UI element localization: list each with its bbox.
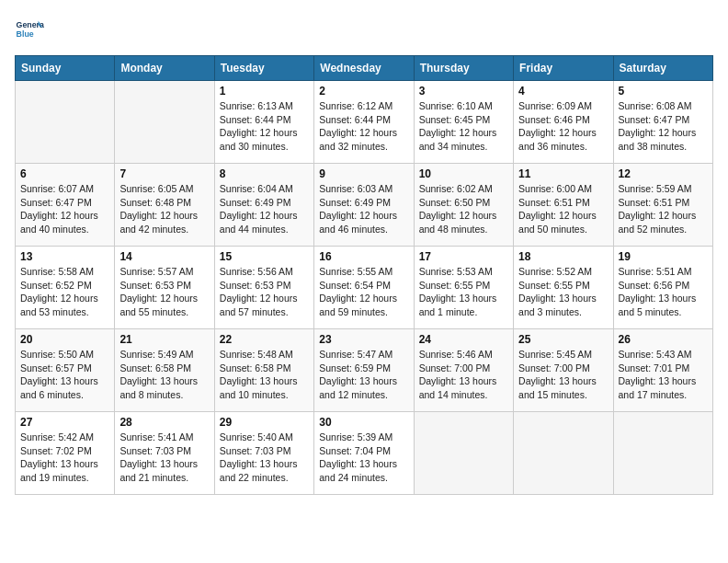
calendar-cell: 15Sunrise: 5:56 AM Sunset: 6:53 PM Dayli… <box>214 247 313 329</box>
day-number: 19 <box>619 250 708 263</box>
calendar-cell <box>613 412 712 495</box>
calendar-cell: 24Sunrise: 5:46 AM Sunset: 7:00 PM Dayli… <box>414 329 513 412</box>
day-info: Sunrise: 5:40 AM Sunset: 7:03 PM Dayligh… <box>220 431 309 485</box>
day-number: 2 <box>319 85 408 98</box>
day-info: Sunrise: 5:57 AM Sunset: 6:53 PM Dayligh… <box>119 265 209 319</box>
day-number: 20 <box>20 333 109 346</box>
calendar-cell: 4Sunrise: 6:09 AM Sunset: 6:46 PM Daylig… <box>514 81 613 164</box>
calendar-cell: 1Sunrise: 6:13 AM Sunset: 6:44 PM Daylig… <box>214 81 313 164</box>
day-info: Sunrise: 6:02 AM Sunset: 6:50 PM Dayligh… <box>419 182 508 236</box>
day-info: Sunrise: 6:07 AM Sunset: 6:47 PM Dayligh… <box>20 182 109 236</box>
day-number: 22 <box>220 333 309 346</box>
day-number: 3 <box>419 85 508 98</box>
day-info: Sunrise: 5:56 AM Sunset: 6:53 PM Dayligh… <box>220 265 309 319</box>
calendar-cell: 27Sunrise: 5:42 AM Sunset: 7:02 PM Dayli… <box>16 412 115 495</box>
calendar-cell: 14Sunrise: 5:57 AM Sunset: 6:53 PM Dayli… <box>115 247 214 329</box>
calendar-cell <box>16 81 115 164</box>
day-number: 14 <box>119 250 209 263</box>
day-info: Sunrise: 5:45 AM Sunset: 7:00 PM Dayligh… <box>518 348 608 402</box>
day-number: 30 <box>319 416 408 429</box>
day-number: 7 <box>119 167 209 180</box>
weekday-header-wednesday: Wednesday <box>314 56 414 81</box>
weekday-header-sunday: Sunday <box>16 56 115 81</box>
calendar-cell: 21Sunrise: 5:49 AM Sunset: 6:58 PM Dayli… <box>115 329 214 412</box>
calendar-cell: 18Sunrise: 5:52 AM Sunset: 6:55 PM Dayli… <box>514 247 613 329</box>
calendar-cell: 3Sunrise: 6:10 AM Sunset: 6:45 PM Daylig… <box>414 81 513 164</box>
calendar-cell: 5Sunrise: 6:08 AM Sunset: 6:47 PM Daylig… <box>613 81 712 164</box>
calendar-cell: 12Sunrise: 5:59 AM Sunset: 6:51 PM Dayli… <box>613 164 712 247</box>
calendar-cell <box>115 81 214 164</box>
day-number: 24 <box>419 333 508 346</box>
calendar-cell: 16Sunrise: 5:55 AM Sunset: 6:54 PM Dayli… <box>314 247 414 329</box>
calendar-cell: 20Sunrise: 5:50 AM Sunset: 6:57 PM Dayli… <box>16 329 115 412</box>
day-info: Sunrise: 6:04 AM Sunset: 6:49 PM Dayligh… <box>220 182 309 236</box>
calendar-week-3: 13Sunrise: 5:58 AM Sunset: 6:52 PM Dayli… <box>16 247 713 329</box>
calendar-cell: 30Sunrise: 5:39 AM Sunset: 7:04 PM Dayli… <box>314 412 414 495</box>
day-info: Sunrise: 6:10 AM Sunset: 6:45 PM Dayligh… <box>419 99 508 154</box>
calendar-cell <box>414 412 513 495</box>
calendar-cell: 28Sunrise: 5:41 AM Sunset: 7:03 PM Dayli… <box>115 412 214 495</box>
day-number: 10 <box>419 167 508 180</box>
calendar-cell: 11Sunrise: 6:00 AM Sunset: 6:51 PM Dayli… <box>514 164 613 247</box>
day-number: 8 <box>220 167 309 180</box>
calendar-cell: 26Sunrise: 5:43 AM Sunset: 7:01 PM Dayli… <box>613 329 712 412</box>
calendar-table: SundayMondayTuesdayWednesdayThursdayFrid… <box>15 55 713 495</box>
weekday-header-thursday: Thursday <box>414 56 513 81</box>
day-info: Sunrise: 5:41 AM Sunset: 7:03 PM Dayligh… <box>119 431 209 485</box>
day-info: Sunrise: 6:05 AM Sunset: 6:48 PM Dayligh… <box>119 182 209 236</box>
weekday-header-monday: Monday <box>115 56 214 81</box>
day-info: Sunrise: 6:00 AM Sunset: 6:51 PM Dayligh… <box>518 182 608 236</box>
calendar-cell: 22Sunrise: 5:48 AM Sunset: 6:58 PM Dayli… <box>214 329 313 412</box>
calendar-cell: 6Sunrise: 6:07 AM Sunset: 6:47 PM Daylig… <box>16 164 115 247</box>
calendar-week-5: 27Sunrise: 5:42 AM Sunset: 7:02 PM Dayli… <box>16 412 713 495</box>
day-number: 23 <box>319 333 408 346</box>
day-info: Sunrise: 6:13 AM Sunset: 6:44 PM Dayligh… <box>220 99 309 154</box>
page-header: General Blue <box>15 15 713 44</box>
day-info: Sunrise: 6:09 AM Sunset: 6:46 PM Dayligh… <box>518 99 608 154</box>
logo: General Blue <box>15 15 48 44</box>
calendar-cell <box>514 412 613 495</box>
day-info: Sunrise: 5:58 AM Sunset: 6:52 PM Dayligh… <box>20 265 109 319</box>
day-info: Sunrise: 5:39 AM Sunset: 7:04 PM Dayligh… <box>319 431 408 485</box>
day-info: Sunrise: 5:49 AM Sunset: 6:58 PM Dayligh… <box>119 348 209 402</box>
day-number: 1 <box>220 85 309 98</box>
day-info: Sunrise: 5:55 AM Sunset: 6:54 PM Dayligh… <box>319 265 408 319</box>
day-number: 16 <box>319 250 408 263</box>
day-info: Sunrise: 6:12 AM Sunset: 6:44 PM Dayligh… <box>319 99 408 154</box>
day-number: 13 <box>20 250 109 263</box>
day-number: 9 <box>319 167 408 180</box>
day-info: Sunrise: 5:53 AM Sunset: 6:55 PM Dayligh… <box>419 265 508 319</box>
calendar-cell: 7Sunrise: 6:05 AM Sunset: 6:48 PM Daylig… <box>115 164 214 247</box>
weekday-header-saturday: Saturday <box>613 56 712 81</box>
day-info: Sunrise: 5:59 AM Sunset: 6:51 PM Dayligh… <box>619 182 708 236</box>
day-number: 17 <box>419 250 508 263</box>
day-info: Sunrise: 6:08 AM Sunset: 6:47 PM Dayligh… <box>619 99 708 154</box>
calendar-cell: 13Sunrise: 5:58 AM Sunset: 6:52 PM Dayli… <box>16 247 115 329</box>
calendar-cell: 29Sunrise: 5:40 AM Sunset: 7:03 PM Dayli… <box>214 412 313 495</box>
day-info: Sunrise: 5:47 AM Sunset: 6:59 PM Dayligh… <box>319 348 408 402</box>
day-number: 4 <box>518 85 608 98</box>
weekday-header-friday: Friday <box>514 56 613 81</box>
day-info: Sunrise: 5:46 AM Sunset: 7:00 PM Dayligh… <box>419 348 508 402</box>
calendar-cell: 9Sunrise: 6:03 AM Sunset: 6:49 PM Daylig… <box>314 164 414 247</box>
day-info: Sunrise: 5:42 AM Sunset: 7:02 PM Dayligh… <box>20 431 109 485</box>
day-number: 21 <box>119 333 209 346</box>
calendar-cell: 10Sunrise: 6:02 AM Sunset: 6:50 PM Dayli… <box>414 164 513 247</box>
day-number: 18 <box>518 250 608 263</box>
calendar-week-1: 1Sunrise: 6:13 AM Sunset: 6:44 PM Daylig… <box>16 81 713 164</box>
day-number: 25 <box>518 333 608 346</box>
weekday-header-tuesday: Tuesday <box>214 56 313 81</box>
day-number: 12 <box>619 167 708 180</box>
calendar-header-row: SundayMondayTuesdayWednesdayThursdayFrid… <box>16 56 713 81</box>
day-info: Sunrise: 5:50 AM Sunset: 6:57 PM Dayligh… <box>20 348 109 402</box>
day-number: 29 <box>220 416 309 429</box>
logo-icon: General Blue <box>15 15 44 44</box>
calendar-week-2: 6Sunrise: 6:07 AM Sunset: 6:47 PM Daylig… <box>16 164 713 247</box>
day-number: 27 <box>20 416 109 429</box>
day-info: Sunrise: 5:48 AM Sunset: 6:58 PM Dayligh… <box>220 348 309 402</box>
calendar-cell: 25Sunrise: 5:45 AM Sunset: 7:00 PM Dayli… <box>514 329 613 412</box>
day-number: 6 <box>20 167 109 180</box>
day-number: 11 <box>518 167 608 180</box>
day-info: Sunrise: 5:43 AM Sunset: 7:01 PM Dayligh… <box>619 348 708 402</box>
day-number: 15 <box>220 250 309 263</box>
